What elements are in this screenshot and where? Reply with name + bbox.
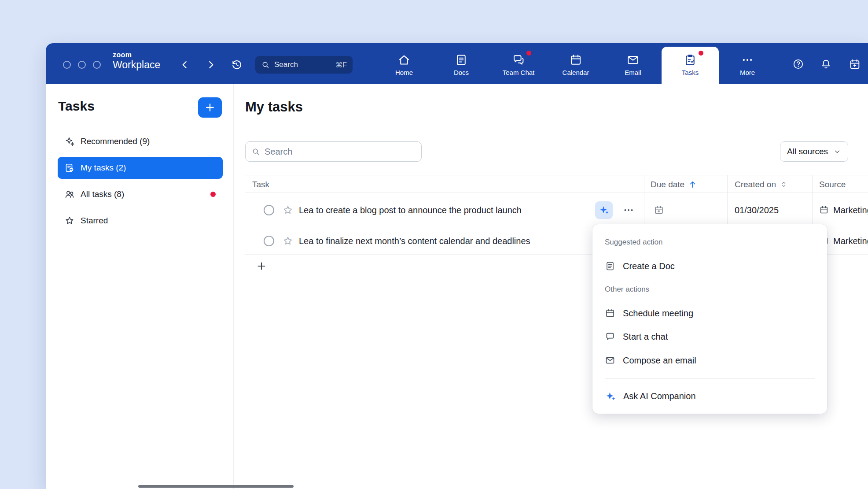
ai-companion-button[interactable] bbox=[595, 201, 613, 219]
sidebar-item-all-tasks[interactable]: All tasks (8) bbox=[58, 183, 223, 205]
source-value: Marketing bbox=[833, 205, 868, 215]
plus-icon bbox=[204, 102, 216, 113]
column-header-due-date[interactable]: Due date bbox=[651, 175, 697, 193]
source-calendar-icon bbox=[819, 205, 829, 215]
team-chat-icon bbox=[512, 53, 525, 67]
home-icon bbox=[397, 53, 411, 67]
ai-sparkle-icon bbox=[605, 391, 616, 402]
horizontal-scrollbar[interactable] bbox=[138, 485, 294, 488]
column-header-created-on[interactable]: Created on bbox=[735, 175, 788, 193]
star-icon[interactable] bbox=[282, 235, 294, 247]
chevron-left-icon bbox=[179, 59, 191, 70]
calendar-shortcut-icon bbox=[849, 58, 861, 70]
chevron-down-icon bbox=[833, 148, 841, 156]
tab-calendar[interactable]: Calendar bbox=[547, 47, 604, 84]
star-icon bbox=[64, 215, 75, 226]
more-icon bbox=[741, 53, 754, 67]
created-on-value: 01/30/2025 bbox=[735, 205, 779, 215]
workplace-logo: zoom Workplace bbox=[113, 51, 160, 71]
tab-email[interactable]: Email bbox=[604, 47, 662, 84]
sidebar-item-starred[interactable]: Starred bbox=[58, 210, 223, 232]
menu-divider bbox=[605, 378, 815, 379]
search-icon bbox=[261, 60, 270, 69]
set-due-date-button[interactable] bbox=[654, 205, 664, 215]
source-value: Marketing bbox=[833, 236, 868, 246]
calendar-shortcut-button[interactable] bbox=[849, 58, 861, 70]
doc-icon bbox=[605, 261, 615, 271]
window-zoom-button[interactable] bbox=[93, 61, 101, 69]
bell-icon bbox=[820, 58, 832, 70]
tab-more[interactable]: More bbox=[719, 47, 776, 84]
search-icon bbox=[251, 147, 260, 156]
window-close-button[interactable] bbox=[63, 61, 71, 69]
zoom-wordmark: zoom bbox=[113, 51, 160, 59]
ai-actions-menu: Suggested action Create a Doc Other acti… bbox=[592, 224, 827, 414]
menu-section-label: Suggested action bbox=[605, 233, 815, 251]
team-chat-notification-dot bbox=[526, 51, 531, 56]
menu-item-ask-ai-companion[interactable]: Ask AI Companion bbox=[605, 387, 815, 405]
ellipsis-icon bbox=[623, 204, 634, 216]
star-icon[interactable] bbox=[282, 204, 294, 216]
tasks-icon bbox=[684, 53, 697, 67]
tab-tasks[interactable]: Tasks bbox=[662, 47, 719, 84]
plus-icon bbox=[256, 260, 267, 272]
people-icon bbox=[64, 189, 75, 200]
forward-button[interactable] bbox=[205, 59, 217, 70]
menu-item-start-chat[interactable]: Start a chat bbox=[605, 328, 815, 345]
sidebar: Tasks Recommended (9) My tasks (2) All t… bbox=[46, 84, 234, 489]
task-complete-checkbox[interactable] bbox=[264, 205, 274, 215]
sidebar-item-recommended[interactable]: Recommended (9) bbox=[58, 130, 223, 152]
sidebar-item-my-tasks[interactable]: My tasks (2) bbox=[58, 157, 223, 179]
source-cell: Marketing bbox=[819, 205, 868, 215]
sort-ascending-icon bbox=[688, 180, 697, 189]
task-list-icon bbox=[64, 163, 75, 173]
sidebar-title: Tasks bbox=[58, 99, 95, 114]
task-title: Lea to create a blog post to announce th… bbox=[299, 205, 522, 215]
back-button[interactable] bbox=[179, 59, 191, 70]
menu-item-schedule-meeting[interactable]: Schedule meeting bbox=[605, 304, 815, 322]
calendar-icon bbox=[569, 53, 582, 67]
menu-section-label: Other actions bbox=[605, 281, 815, 298]
docs-icon bbox=[455, 53, 468, 67]
global-search-placeholder: Search bbox=[274, 60, 331, 69]
top-bar: zoom Workplace Search ⌘F Home Docs bbox=[46, 43, 868, 84]
sparkle-icon bbox=[64, 136, 75, 147]
help-icon bbox=[792, 58, 804, 70]
notifications-button[interactable] bbox=[820, 58, 832, 70]
tab-team-chat[interactable]: Team Chat bbox=[490, 47, 547, 84]
global-search[interactable]: Search ⌘F bbox=[255, 56, 353, 74]
window-minimize-button[interactable] bbox=[78, 61, 86, 69]
menu-item-create-doc[interactable]: Create a Doc bbox=[605, 257, 815, 275]
top-navigation: Home Docs Team Chat Calendar Email T bbox=[375, 47, 776, 84]
help-button[interactable] bbox=[792, 58, 804, 70]
calendar-plus-icon bbox=[654, 205, 664, 215]
history-icon bbox=[231, 59, 243, 71]
ai-sparkle-icon bbox=[599, 205, 609, 215]
task-row[interactable]: Lea to create a blog post to announce th… bbox=[245, 193, 868, 227]
email-icon bbox=[605, 355, 615, 366]
page-title: My tasks bbox=[245, 99, 303, 115]
tab-docs[interactable]: Docs bbox=[433, 47, 490, 84]
task-search-input[interactable] bbox=[265, 147, 416, 157]
table-header: Task Due date Created on Source bbox=[245, 175, 868, 193]
task-title: Lea to finalize next month’s content cal… bbox=[299, 236, 530, 246]
tasks-notification-dot bbox=[699, 51, 703, 56]
sources-filter-dropdown[interactable]: All sources bbox=[780, 141, 848, 162]
workplace-wordmark: Workplace bbox=[113, 59, 160, 71]
column-header-source[interactable]: Source bbox=[819, 175, 846, 193]
all-tasks-notification-dot bbox=[210, 192, 216, 197]
column-header-task[interactable]: Task bbox=[252, 175, 269, 193]
sort-both-icon bbox=[780, 180, 788, 189]
sidebar-list: Recommended (9) My tasks (2) All tasks (… bbox=[58, 130, 223, 236]
menu-item-compose-email[interactable]: Compose an email bbox=[605, 352, 815, 369]
task-complete-checkbox[interactable] bbox=[264, 236, 274, 246]
window-controls[interactable] bbox=[63, 61, 101, 69]
add-task-button[interactable] bbox=[198, 97, 222, 118]
add-task-inline-button[interactable] bbox=[255, 259, 268, 273]
tab-home[interactable]: Home bbox=[375, 47, 433, 84]
history-button[interactable] bbox=[231, 59, 243, 71]
calendar-icon bbox=[605, 308, 615, 319]
row-more-button[interactable] bbox=[621, 201, 636, 219]
search-shortcut: ⌘F bbox=[335, 61, 347, 69]
task-search[interactable] bbox=[245, 141, 422, 162]
